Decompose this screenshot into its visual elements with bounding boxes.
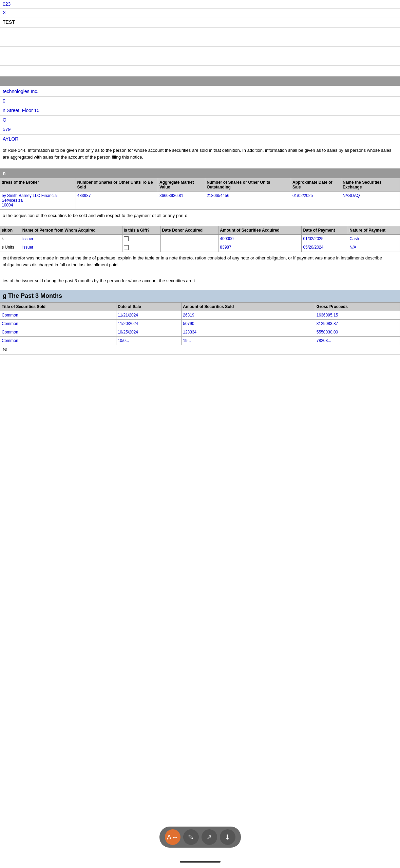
info-row-o: O [0, 116, 400, 125]
broker-shares-to-sell: 483987 [76, 192, 158, 210]
address-link[interactable]: n Street, Floor 15 [3, 108, 39, 113]
payment-note: ent therefor was not made in cash at the… [0, 252, 400, 271]
info-row-0: 0 [0, 97, 400, 106]
acquisition-row-1: k Issuer 400000 01/02/2025 Cash [0, 234, 400, 243]
acq-position-1: k [0, 234, 21, 243]
sale-date-1: 11/21/2024 [116, 311, 181, 319]
info-row-company: technologies Inc. [0, 87, 400, 97]
aylor-link[interactable]: AYLOR [3, 136, 18, 142]
empty-row-4 [0, 56, 400, 66]
acq-gift-2 [122, 243, 160, 252]
sale-date-2: 11/20/2024 [116, 319, 181, 328]
broker-market-value: 36603936.81 [158, 192, 205, 210]
sale-proceeds-4: 78203... [315, 336, 400, 345]
gift-checkbox-1[interactable] [124, 236, 129, 241]
th-exchange: Name the Securities Exchange [341, 178, 400, 192]
broker-section-header: n [0, 168, 400, 178]
sale-date-3: 10/25/2024 [116, 328, 181, 336]
th-amount-sold: Amount of Securities Sold [182, 302, 315, 311]
broker-shares-outstanding: 2180654456 [205, 192, 291, 210]
acquisition-table: sition Name of Person from Whom Acquired… [0, 226, 400, 252]
acq-person-2: Issuer [21, 243, 122, 252]
th-person-from: Name of Person from Whom Acquired [21, 226, 122, 234]
acq-date-donor-1 [160, 234, 218, 243]
signature-label: re [3, 346, 7, 352]
empty-row-3 [0, 47, 400, 56]
sale-amount-2: 50790 [182, 319, 315, 328]
th-approx-date: Approximate Date of Sale [291, 178, 341, 192]
test-label: TEST [3, 19, 15, 25]
acq-nature-2: N/A [348, 243, 400, 252]
acquisition-note: o the acquisition of the securities to b… [0, 210, 400, 222]
past-sale-row-2: Common 11/20/2024 50790 3129083.87 [0, 319, 400, 328]
broker-date-of-sale: 01/02/2025 [291, 192, 341, 210]
broker-section-label: n [3, 170, 6, 176]
empty-row-5 [0, 66, 400, 75]
link-x[interactable]: X [3, 10, 6, 15]
past-sale-row-4: Common 10/0... 19... 78203... [0, 336, 400, 345]
past-sales-title-text: g The Past 3 Months [3, 292, 62, 299]
info-row-aylor: AYLOR [0, 135, 400, 144]
broker-table-header-row: dress of the Broker Number of Shares or … [0, 178, 400, 192]
th-date-payment: Date of Payment [302, 226, 348, 234]
th-date-of-sale: Date of Sale [116, 302, 181, 311]
gray-divider-1 [0, 76, 400, 86]
past-sales-table: Title of Securities Sold Date of Sale Am… [0, 302, 400, 345]
acq-date-donor-2 [160, 243, 218, 252]
th-amount-acquired: Amount of Securities Acquired [218, 226, 302, 234]
acq-amount-1: 400000 [218, 234, 302, 243]
acq-person-1: Issuer [21, 234, 122, 243]
acq-date-payment-2: 05/20/2024 [302, 243, 348, 252]
th-title-sold: Title of Securities Sold [0, 302, 116, 311]
acq-gift-1 [122, 234, 160, 243]
empty-row-1 [0, 28, 400, 37]
info-row-579: 579 [0, 125, 400, 135]
sale-title-2: Common [0, 319, 116, 328]
th-is-gift: Is this a Gift? [122, 226, 160, 234]
sale-proceeds-1: 1636095.15 [315, 311, 400, 319]
sale-amount-3: 123334 [182, 328, 315, 336]
company-link[interactable]: technologies Inc. [3, 89, 38, 94]
spacer-1 [0, 163, 400, 168]
th-date-donor: Date Donor Acquired [160, 226, 218, 234]
link-x-row: X [0, 8, 400, 18]
rule144-content: of Rule 144. Information is to be given … [3, 148, 391, 160]
past-sales-title: g The Past 3 Months [0, 290, 400, 302]
acquisition-table-container: sition Name of Person from Whom Acquired… [0, 226, 400, 252]
past-sale-row-3: Common 10/25/2024 123334 5550030.00 [0, 328, 400, 336]
579-link[interactable]: 579 [3, 127, 11, 132]
sale-title-3: Common [0, 328, 116, 336]
th-shares-outstanding: Number of Shares or Other Units Outstand… [205, 178, 291, 192]
test-row: TEST [0, 18, 400, 28]
top-year-row: 023 [0, 0, 400, 8]
broker-table-container: dress of the Broker Number of Shares or … [0, 178, 400, 210]
sale-proceeds-3: 5550030.00 [315, 328, 400, 336]
year-text: 023 [3, 1, 11, 7]
acq-position-2: s Units [0, 243, 21, 252]
broker-row-1: ey Smith Barney LLC Financial Services z… [0, 192, 400, 210]
gift-checkbox-2[interactable] [124, 245, 129, 250]
acquisition-note-text: o the acquisition of the securities to b… [3, 213, 187, 218]
th-position: sition [0, 226, 21, 234]
payment-note-text: ent therefor was not made in cash at the… [3, 255, 382, 267]
th-shares-to-sell: Number of Shares or Other Units To Be So… [76, 178, 158, 192]
info-row-address: n Street, Floor 15 [0, 106, 400, 116]
sale-amount-4: 19... [182, 336, 315, 345]
o-link[interactable]: O [3, 117, 6, 123]
bottom-empty [0, 355, 400, 364]
securities-note: ies of the issuer sold during the past 3… [0, 275, 400, 287]
past-sale-row-1: Common 11/21/2024 26319 1636095.15 [0, 311, 400, 319]
sale-title-4: Common [0, 336, 116, 345]
acquisition-row-2: s Units Issuer 83987 05/20/2024 N/A [0, 243, 400, 252]
sale-amount-1: 26319 [182, 311, 315, 319]
broker-name: ey Smith Barney LLC Financial Services z… [0, 192, 76, 210]
th-market-value: Aggregate Market Value [158, 178, 205, 192]
th-broker-address: dress of the Broker [0, 178, 76, 192]
acq-nature-1: Cash [348, 234, 400, 243]
past-sales-section: g The Past 3 Months Title of Securities … [0, 290, 400, 345]
th-nature-payment: Nature of Payment [348, 226, 400, 234]
past-sales-header-row: Title of Securities Sold Date of Sale Am… [0, 302, 400, 311]
number-link[interactable]: 0 [3, 98, 5, 104]
sale-title-1: Common [0, 311, 116, 319]
sale-proceeds-2: 3129083.87 [315, 319, 400, 328]
